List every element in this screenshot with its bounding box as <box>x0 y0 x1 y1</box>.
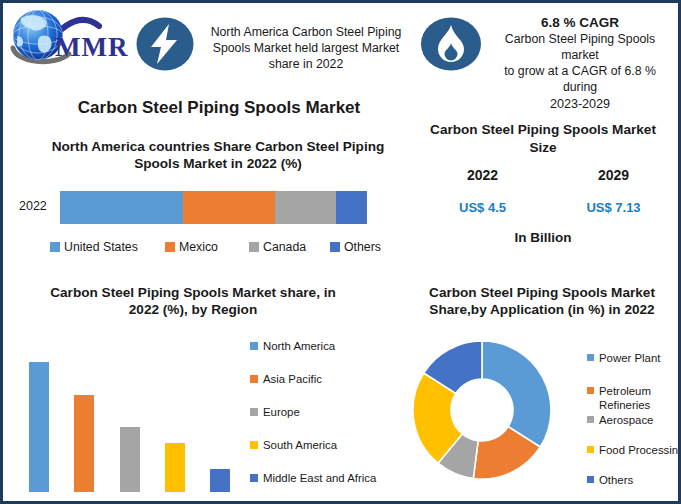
legend-item: Canada <box>249 241 306 254</box>
legend-label: Asia Pacific <box>263 373 322 386</box>
stacked-segment-others <box>336 191 367 224</box>
flame-badge <box>419 16 483 72</box>
year-label: 2029 <box>548 167 679 183</box>
market-size-unit: In Billion <box>407 230 679 245</box>
legend-label: Petroleum Refineries <box>599 384 681 412</box>
bar-asia-pacific <box>74 395 94 493</box>
legend-label: Mexico <box>179 241 218 254</box>
value-2029: US$ 7.13 <box>548 200 679 215</box>
cagr-period: 2023-2029 <box>486 95 674 114</box>
legend-swatch <box>165 242 175 252</box>
country-share-stacked-bar <box>60 191 367 224</box>
legend-swatch <box>50 242 60 252</box>
note-line: Spools Market held largest Market <box>209 40 403 56</box>
market-size-values: US$ 4.5 US$ 7.13 <box>417 200 679 215</box>
legend-item-europe: Europe <box>250 406 376 419</box>
legend-swatch <box>250 441 258 449</box>
country-chart-title: North America countries Share Carbon Ste… <box>25 138 411 172</box>
legend-item-food-processing: Food Processing <box>587 443 681 457</box>
title-line: 2022 (%), by Region <box>19 301 367 318</box>
legend-item-petroleum-refineries: Petroleum Refineries <box>587 384 681 412</box>
bar-europe <box>120 427 140 492</box>
application-chart-title: Carbon Steel Piping Spools Market Share,… <box>401 284 681 318</box>
cagr-title: 6.8 % CAGR <box>486 15 674 30</box>
legend-item-middle-east-and-africa: Middle East and Africa <box>250 472 376 485</box>
legend-label: North America <box>263 340 335 353</box>
region-legend: North AmericaAsia PacificEuropeSouth Ame… <box>250 340 376 504</box>
legend-swatch <box>587 354 594 361</box>
legend-swatch <box>250 408 258 416</box>
legend-label: United States <box>64 241 138 254</box>
legend-swatch <box>249 242 259 252</box>
legend-item-aerospace: Aerospace <box>587 413 681 427</box>
legend-swatch <box>587 446 594 453</box>
application-legend: Power PlantPetroleum RefineriesAerospace… <box>587 351 681 487</box>
market-size-title: Carbon Steel Piping Spools Market Size <box>407 121 679 157</box>
legend-label: South America <box>263 439 337 452</box>
legend-swatch <box>250 375 258 383</box>
note-line: North America Carbon Steel Piping <box>209 24 403 40</box>
legend-label: Others <box>344 241 381 254</box>
legend-label: Others <box>599 473 633 487</box>
legend-label: Middle East and Africa <box>263 472 376 485</box>
mmr-logo: MMR <box>7 6 141 72</box>
infographic-root: MMR North America Carbon Steel Piping Sp… <box>0 0 681 504</box>
title-line: Carbon Steel Piping Spools Market <box>407 121 679 139</box>
region-bar-plot <box>29 362 230 492</box>
title-line: Size <box>407 139 679 157</box>
cagr-line: Carbon Steel Piping Spools market <box>486 31 674 63</box>
note-line: share in 2022 <box>209 56 403 72</box>
legend-item-others: Others <box>587 473 681 487</box>
stacked-segment-canada <box>275 191 336 224</box>
title-line: Spools Market in 2022 (%) <box>25 155 411 172</box>
legend-swatch <box>250 474 258 482</box>
title-line: Carbon Steel Piping Spools Market share,… <box>19 284 367 301</box>
legend-item: Mexico <box>165 241 218 254</box>
legend-swatch <box>587 387 594 394</box>
legend-swatch <box>330 242 340 252</box>
legend-item: United States <box>50 241 138 254</box>
stacked-bar-category-label: 2022 <box>19 199 57 213</box>
legend-swatch <box>250 342 258 350</box>
legend-label: Power Plant <box>599 351 660 365</box>
stacked-segment-mexico <box>183 191 275 224</box>
lightning-badge <box>135 16 195 72</box>
legend-label: Aerospace <box>599 413 653 427</box>
stacked-segment-united-states <box>60 191 183 224</box>
cagr-block: 6.8 % CAGR Carbon Steel Piping Spools ma… <box>486 15 674 114</box>
year-label: 2022 <box>417 167 548 183</box>
legend-label: Food Processing <box>599 443 681 457</box>
page-title: Carbon Steel Piping Spools Market <box>31 98 407 118</box>
legend-item-asia-pacific: Asia Pacific <box>250 373 376 386</box>
legend-item-power-plant: Power Plant <box>587 351 681 365</box>
region-chart-title: Carbon Steel Piping Spools Market share,… <box>19 284 367 318</box>
logo-brand-text: MMR <box>55 32 128 62</box>
header-highlight-note: North America Carbon Steel Piping Spools… <box>209 24 403 72</box>
legend-swatch <box>587 476 594 483</box>
bar-south-america <box>165 443 185 492</box>
application-donut-chart <box>412 340 552 480</box>
bar-middle-east-and-africa <box>210 469 230 492</box>
title-line: Carbon Steel Piping Spools Market <box>401 284 681 301</box>
market-size-years: 2022 2029 <box>417 167 679 183</box>
legend-item: Others <box>330 241 381 254</box>
legend-label: Canada <box>263 241 306 254</box>
title-line: North America countries Share Carbon Ste… <box>25 138 411 155</box>
cagr-line: to grow at a CAGR of 6.8 % during <box>486 63 674 95</box>
legend-item-south-america: South America <box>250 439 376 452</box>
bar-north-america <box>29 362 49 492</box>
value-2022: US$ 4.5 <box>417 200 548 215</box>
title-line: Share,by Application (in %) in 2022 <box>401 301 681 318</box>
legend-label: Europe <box>263 406 300 419</box>
legend-item-north-america: North America <box>250 340 376 353</box>
legend-swatch <box>587 416 594 423</box>
